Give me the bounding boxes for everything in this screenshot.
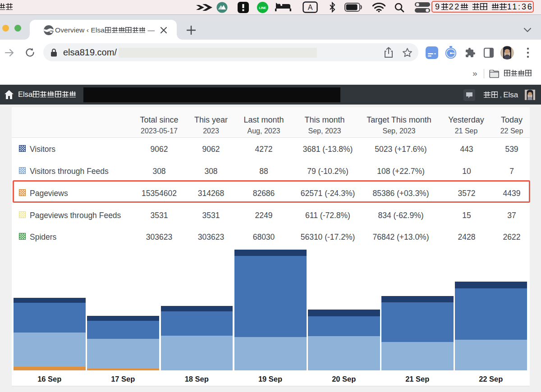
svg-text:A: A bbox=[308, 4, 313, 11]
svg-text:LINE: LINE bbox=[259, 6, 266, 9]
